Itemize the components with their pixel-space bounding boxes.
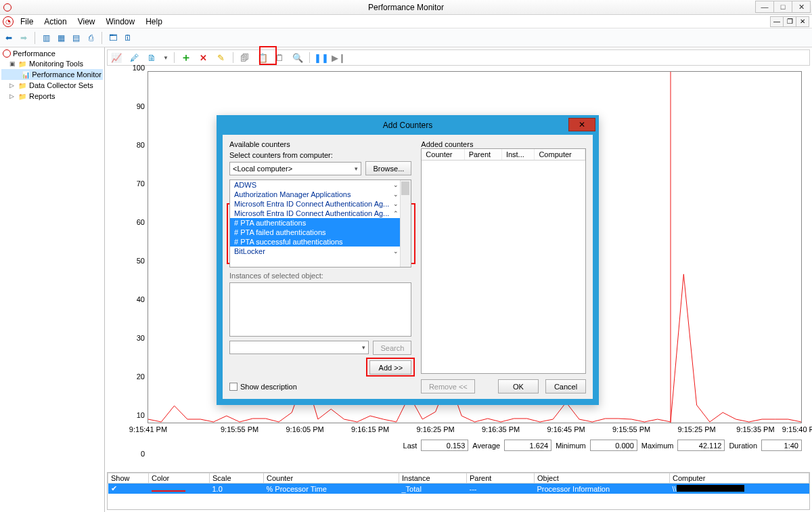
paste-icon[interactable]: 📋	[256, 51, 269, 64]
view-histogram-icon[interactable]: 🖉	[128, 51, 140, 64]
ok-button[interactable]: OK	[498, 379, 539, 393]
computer-combo[interactable]: <Local computer>	[229, 162, 361, 175]
close-button[interactable]: ✕	[792, 1, 811, 13]
mdi-restore[interactable]: ❐	[783, 16, 796, 27]
cancel-button[interactable]: Cancel	[545, 379, 586, 393]
tree-performance-monitor[interactable]: 📊Performance Monitor	[1, 69, 103, 80]
legend-h-computer[interactable]: Computer	[670, 473, 809, 484]
legend-counter: % Processor Time	[264, 484, 399, 494]
print-icon[interactable]: ⎙	[85, 32, 97, 44]
properties-chart-icon[interactable]: 🗒	[274, 51, 286, 64]
legend-h-counter[interactable]: Counter	[264, 473, 399, 484]
show-hide-tree-icon[interactable]: ▥	[40, 32, 52, 44]
legend-table: Show Color Scale Counter Instance Parent…	[107, 472, 810, 510]
tree-data-collector-sets[interactable]: ▷📁Data Collector Sets	[1, 80, 103, 91]
tile-icon[interactable]: ▤	[70, 32, 82, 44]
instances-label: Instances of selected object:	[229, 272, 411, 280]
counter-entra-1[interactable]: Microsoft Entra ID Connect Authenticatio…	[230, 199, 411, 209]
freeze-icon[interactable]: ❚❚	[315, 51, 328, 64]
tree-performance[interactable]: Performance	[1, 49, 103, 58]
stat-last-label: Last	[403, 442, 418, 450]
menu-window[interactable]: Window	[101, 16, 141, 28]
stat-max-value: 42.112	[677, 440, 725, 451]
update-icon[interactable]: ▶❙	[333, 51, 345, 64]
counter-tree[interactable]: ADWS⌄ Authorization Manager Applications…	[229, 179, 411, 268]
menu-action[interactable]: Action	[39, 16, 72, 28]
legend-h-scale[interactable]: Scale	[210, 473, 264, 484]
show-description-checkbox[interactable]: Show description	[229, 383, 297, 391]
new-window-icon[interactable]: ▦	[55, 32, 67, 44]
y-tick: 40	[118, 295, 145, 303]
minimize-button[interactable]: —	[755, 1, 774, 13]
search-combo[interactable]	[229, 341, 369, 354]
y-tick: 60	[118, 218, 145, 226]
legend-h-object[interactable]: Object	[535, 473, 670, 484]
legend-h-show[interactable]: Show	[108, 473, 149, 484]
y-tick: 0	[118, 450, 145, 458]
x-tick: 9:15:25 PM	[677, 425, 715, 433]
x-tick: 9:15:41 PM	[129, 425, 167, 433]
counter-entra-2[interactable]: Microsoft Entra ID Connect Authenticatio…	[230, 209, 411, 218]
mdi-minimize[interactable]: —	[770, 16, 784, 27]
added-counters-label: Added counters	[421, 140, 586, 148]
app-toolbar: ⬅ ➡ ▥ ▦ ▤ ⎙ 🗔 🗓	[0, 28, 812, 47]
delete-counter-icon[interactable]: ✕	[198, 51, 210, 64]
view-graph-icon[interactable]: 📈	[110, 51, 122, 64]
tree-reports[interactable]: ▷📁Reports	[1, 91, 103, 102]
add-button[interactable]: Add >>	[369, 360, 411, 375]
copy-icon[interactable]: 🗐	[239, 51, 251, 64]
mdi-close[interactable]: ✕	[796, 16, 809, 27]
add-counters-dialog: Add Counters ✕ Available counters Select…	[217, 115, 599, 405]
added-h-parent[interactable]: Parent	[464, 149, 501, 161]
tree-monitoring-tools[interactable]: ▣📁Monitoring Tools	[1, 58, 103, 69]
back-icon[interactable]: ⬅	[3, 32, 15, 44]
menu-file[interactable]: File	[15, 16, 39, 28]
zoom-icon[interactable]: 🔍	[292, 51, 304, 64]
refresh-icon[interactable]: 🗓	[122, 32, 134, 44]
browse-button[interactable]: Browse...	[365, 161, 411, 175]
x-tick: 9:15:55 PM	[612, 425, 650, 433]
menu-help[interactable]: Help	[140, 16, 168, 28]
legend-h-parent[interactable]: Parent	[467, 473, 535, 484]
legend-scale: 1.0	[210, 484, 264, 494]
legend-instance: _Total	[399, 484, 467, 494]
counter-pta-failed[interactable]: # PTA failed authentications	[230, 228, 411, 237]
view-report-icon[interactable]: 🗎	[145, 51, 158, 64]
counter-pta-success[interactable]: # PTA successful authentications	[230, 237, 411, 247]
stat-max-label: Maximum	[641, 442, 674, 450]
added-h-counter[interactable]: Counter	[422, 149, 464, 161]
dialog-titlebar[interactable]: Add Counters ✕	[217, 116, 598, 135]
stat-avg-label: Average	[472, 442, 500, 450]
menu-view[interactable]: View	[72, 16, 101, 28]
properties-icon[interactable]: 🗔	[107, 32, 119, 44]
counter-tree-scrollbar[interactable]	[400, 180, 411, 267]
x-tick: 9:16:05 PM	[286, 425, 323, 433]
forward-icon[interactable]: ➡	[18, 32, 30, 44]
highlight-icon[interactable]: ✎	[215, 51, 227, 64]
added-h-inst[interactable]: Inst...	[501, 149, 535, 161]
legend-parent: ---	[467, 484, 535, 494]
added-counters-table[interactable]: Counter Parent Inst... Computer	[421, 148, 586, 374]
y-tick: 10	[118, 411, 145, 419]
y-tick: 50	[118, 257, 145, 265]
legend-h-color[interactable]: Color	[149, 473, 210, 484]
add-counter-icon[interactable]: ＋	[180, 51, 192, 64]
counter-adws[interactable]: ADWS⌄	[230, 180, 411, 190]
dialog-close-button[interactable]: ✕	[568, 118, 595, 131]
legend-show-check[interactable]: ✔	[108, 484, 149, 494]
chart-toolbar: 📈 🖉 🗎 ▼ ＋ ✕ ✎ 🗐 📋 🗒 🔍 ❚❚ ▶❙	[107, 49, 810, 66]
counter-bitlocker[interactable]: BitLocker⌄	[230, 247, 411, 256]
legend-row[interactable]: ✔ 1.0 % Processor Time _Total --- Proces…	[108, 484, 809, 494]
legend-color-swatch	[149, 484, 210, 494]
added-h-computer[interactable]: Computer	[535, 149, 585, 161]
stat-last-value: 0.153	[421, 440, 468, 451]
search-button[interactable]: Search	[373, 341, 411, 355]
legend-h-instance[interactable]: Instance	[399, 473, 467, 484]
x-tick: 9:16:45 PM	[547, 425, 585, 433]
counter-pta-auth[interactable]: # PTA authentications	[230, 218, 411, 228]
maximize-button[interactable]: □	[773, 1, 792, 13]
legend-computer: \\	[670, 484, 809, 494]
instances-listbox[interactable]	[229, 282, 411, 337]
x-tick: 9:16:15 PM	[351, 425, 389, 433]
counter-authz[interactable]: Authorization Manager Applications⌄	[230, 190, 411, 199]
